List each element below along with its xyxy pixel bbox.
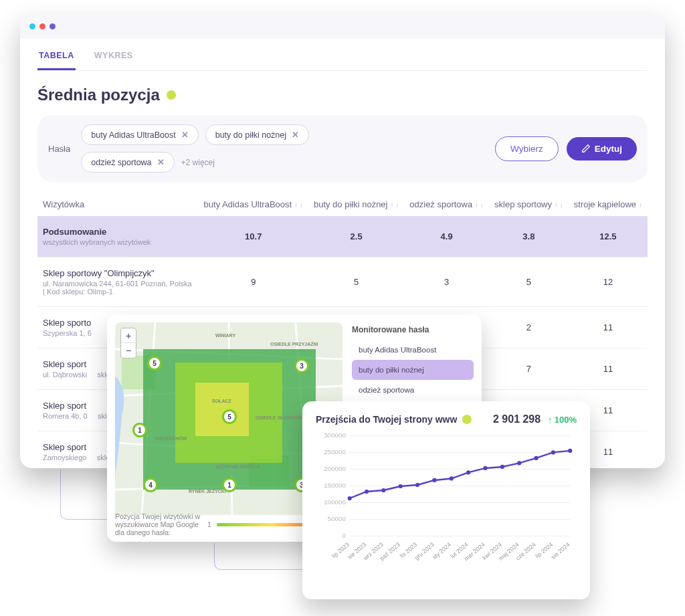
svg-point-42	[483, 466, 487, 470]
svg-point-46	[551, 450, 555, 454]
filter-more[interactable]: +2 więcej	[181, 158, 215, 167]
titlebar	[20, 13, 665, 39]
svg-text:300000: 300000	[324, 431, 346, 439]
zoom-in-button[interactable]: +	[121, 328, 136, 343]
chart-area: 050000100000150000200000250000300000lip …	[316, 429, 577, 571]
filter-chip[interactable]: buty Adidas UltraBoost✕	[81, 124, 198, 145]
legend-min: 1	[207, 520, 211, 528]
chart-delta: ↑ 100%	[548, 415, 577, 425]
tab-wykres[interactable]: WYKRES	[93, 51, 134, 70]
select-button[interactable]: Wybierz	[495, 136, 559, 161]
monitored-keywords-title: Monitorowane hasła	[352, 325, 474, 334]
svg-text:200000: 200000	[324, 465, 346, 472]
svg-marker-12	[195, 383, 249, 436]
svg-text:50000: 50000	[328, 515, 347, 522]
window-dot	[39, 23, 45, 29]
svg-point-40	[450, 476, 454, 480]
zoom-out-button[interactable]: −	[121, 343, 136, 358]
svg-text:gru 2023: gru 2023	[413, 541, 435, 561]
svg-point-39	[432, 478, 436, 482]
chart-title: Przejścia do Twojej strony www	[316, 414, 472, 425]
svg-text:100000: 100000	[324, 498, 346, 506]
svg-point-36	[381, 488, 385, 492]
close-icon[interactable]: ✕	[157, 157, 165, 167]
svg-text:JEŻYCKIE OSIEDLE: JEŻYCKIE OSIEDLE	[215, 464, 260, 469]
svg-text:WINIARY: WINIARY	[215, 333, 235, 338]
filter-chip[interactable]: buty do piłki nożnej✕	[205, 124, 309, 145]
svg-text:sie 2024: sie 2024	[550, 541, 571, 560]
window-dot	[29, 23, 35, 29]
col-header[interactable]: odzież sportowa↑ ↓	[404, 193, 489, 216]
chart-card: Przejścia do Twojej strony www 2 901 298…	[302, 401, 590, 599]
svg-text:RYNEK JEŻYCKI: RYNEK JEŻYCKI	[189, 489, 226, 494]
map-zoom: + −	[120, 328, 136, 358]
table-row[interactable]: Sklep sportowy "Olimpijczyk"ul. Naramowi…	[37, 258, 648, 307]
col-header[interactable]: stroje kąpielowe↑	[569, 193, 648, 216]
svg-point-41	[466, 470, 470, 474]
filter-chips: buty Adidas UltraBoost✕ buty do piłki no…	[81, 124, 335, 173]
info-icon[interactable]	[462, 415, 472, 424]
filter-chip[interactable]: odzież sportowa✕	[81, 152, 174, 173]
svg-text:250000: 250000	[324, 448, 346, 455]
keyword-row[interactable]: odzież sportowa	[352, 380, 474, 400]
tabs: TABELA WYKRES	[37, 39, 648, 71]
map-pin[interactable]: 1	[132, 423, 147, 437]
map-pin[interactable]: 3	[294, 358, 309, 373]
filter-label: Hasła	[48, 144, 70, 154]
connector-line	[214, 543, 302, 570]
svg-point-44	[517, 461, 521, 465]
svg-point-43	[500, 465, 504, 469]
svg-point-45	[534, 456, 538, 460]
page-title: Średnia pozycja	[37, 86, 648, 104]
pencil-icon	[581, 144, 591, 153]
map-pin[interactable]: 5	[147, 356, 162, 371]
connector-line	[60, 470, 107, 520]
svg-text:150000: 150000	[324, 482, 346, 489]
svg-point-37	[399, 484, 403, 488]
svg-text:SOŁACZ: SOŁACZ	[212, 399, 232, 403]
keyword-row[interactable]: buty do piłki nożnej	[352, 360, 474, 380]
map-pin[interactable]: 5	[222, 409, 237, 424]
svg-point-34	[348, 496, 352, 500]
col-header[interactable]: buty do piłki nożnej↑ ↓	[308, 193, 404, 216]
keyword-row[interactable]: buty Adidas UltraBoost	[352, 340, 474, 360]
svg-text:0: 0	[342, 532, 346, 540]
window-dot	[50, 23, 56, 29]
map-pin[interactable]: 4	[143, 478, 158, 492]
info-icon[interactable]	[167, 90, 176, 100]
tab-tabela[interactable]: TABELA	[37, 51, 76, 70]
svg-point-35	[365, 490, 369, 494]
svg-text:NIESTACHÓW: NIESTACHÓW	[155, 435, 187, 441]
svg-point-38	[415, 483, 419, 487]
col-header[interactable]: buty Adidas UltraBoost↑ ↓	[199, 193, 308, 216]
map-pin[interactable]: 1	[222, 478, 237, 492]
close-icon[interactable]: ✕	[292, 130, 299, 140]
svg-text:OSIEDLE PRZYJAŹNI: OSIEDLE PRZYJAŹNI	[270, 341, 318, 346]
edit-button[interactable]: Edytuj	[567, 137, 637, 161]
close-icon[interactable]: ✕	[181, 130, 189, 140]
col-header[interactable]: sklep sportowy↑ ↓	[489, 193, 569, 216]
col-header[interactable]: Wizytówka	[37, 193, 199, 216]
chart-value: 2 901 298	[493, 413, 541, 425]
filter-bar: Hasła buty Adidas UltraBoost✕ buty do pi…	[37, 115, 648, 182]
svg-point-47	[568, 449, 572, 453]
summary-row: Podsumowaniewszystkich wybranych wizytów…	[37, 216, 648, 258]
map-legend-text: Pozycja Twojej wizytówki w wyszukiwarce …	[115, 512, 202, 536]
svg-text:sty 2024: sty 2024	[431, 541, 452, 560]
